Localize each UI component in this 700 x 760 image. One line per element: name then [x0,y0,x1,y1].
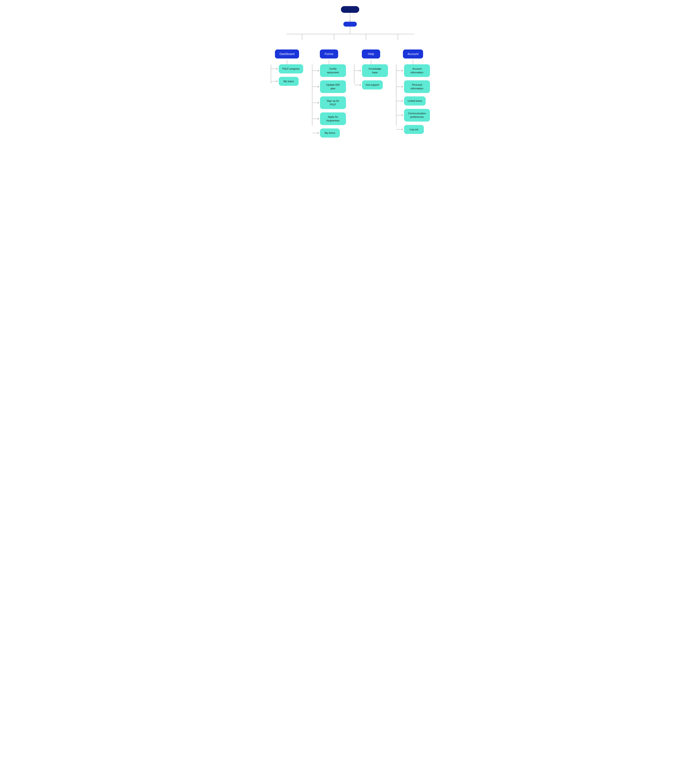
sub-node-knowledge-base[interactable]: Knowledge base [362,64,388,77]
arrow-get-support [360,84,361,86]
arrow-sign-up-pslf [318,102,319,104]
category-account[interactable]: Account [403,50,423,58]
tree-branch-account: Account informationPersonal informationL… [392,60,434,134]
sub-item-row-my-forms: My forms [312,128,340,137]
category-help[interactable]: Help [362,50,380,58]
sub-items-dashboard: PSLF progressMy loans [271,64,303,86]
sub-node-sign-up-pslf[interactable]: Sign up for PSLF [320,97,346,109]
arrow-account-information [402,70,403,72]
h-connector-my-forms [312,133,318,133]
sub-node-linked-loans[interactable]: Linked loans [404,97,426,106]
tree-branch-dashboard: PSLF progressMy loans [266,60,308,86]
tree-branch-forms: Certify eploymentUpdate IDR planSign up … [308,60,350,137]
sub-items-account: Account informationPersonal informationL… [396,64,430,134]
sub-node-pslf-progress[interactable]: PSLF progress [279,64,303,73]
sub-node-personal-information[interactable]: Personal information [404,80,430,93]
sub-node-certify-employment[interactable]: Certify eployment [320,64,346,77]
column-help: HelpKnowledge baseGet support [350,50,392,137]
arrow-certify-employment [318,70,319,72]
branch-down-account [398,34,398,40]
root-to-home-line [350,13,350,20]
diagram: DashboardPSLF progressMy loansFormsCerti… [266,6,434,137]
sub-item-row-log-out: Log out [396,125,424,134]
column-forms: FormsCertify eploymentUpdate IDR planSig… [308,50,350,137]
h-connector-communication-preferences [396,115,402,115]
v-line-account [413,60,413,64]
column-account: AccountAccount informationPersonal infor… [392,50,434,137]
sub-item-row-personal-information: Personal information [396,80,430,93]
sub-node-update-idr[interactable]: Update IDR plan [320,80,346,93]
sub-item-row-certify-employment: Certify eployment [312,64,346,77]
h-spread-branches [286,34,414,40]
sub-item-row-knowledge-base: Knowledge base [354,64,388,77]
arrow-my-loans [277,80,278,82]
arrow-communication-preferences [402,114,403,116]
home-node[interactable] [343,22,357,27]
sub-item-row-communication-preferences: Communication preferences [396,109,430,122]
sub-node-get-support[interactable]: Get support [362,80,383,89]
sub-item-row-my-loans: My loans [271,77,298,86]
h-connector-get-support [354,85,360,85]
branch-down-forms [334,34,334,40]
arrow-apply-forgiveness [318,118,319,120]
sub-node-communication-preferences[interactable]: Communication preferences [404,109,430,122]
arrow-knowledge-base [360,70,361,72]
arrow-pslf-progress [277,68,278,70]
sub-item-row-update-idr: Update IDR plan [312,80,346,93]
sub-node-apply-forgiveness[interactable]: Apply for forgiveness [320,112,346,125]
sub-branch-forms: Certify eploymentUpdate IDR planSign up … [312,64,346,137]
v-line-help [371,60,371,64]
root-to-home-arrow [349,20,351,22]
sub-node-log-out[interactable]: Log out [404,125,424,134]
arrow-personal-information [402,86,403,88]
sub-items-forms: Certify eploymentUpdate IDR planSign up … [312,64,346,137]
tree-branch-help: Knowledge baseGet support [350,60,392,89]
sub-branch-dashboard: PSLF progressMy loans [271,64,303,86]
home-vline [350,27,350,34]
h-spread-container [266,34,434,40]
h-connector-knowledge-base [354,70,360,71]
arrow-log-out [402,128,403,130]
h-connector-apply-forgiveness [312,119,318,119]
v-line-dashboard [287,60,287,64]
sub-node-my-forms[interactable]: My forms [320,128,340,137]
arrow-update-idr [318,86,319,88]
root-node [341,6,359,13]
h-connector-my-loans [271,81,277,81]
category-forms[interactable]: Forms [320,50,338,58]
v-line-forms [329,60,329,64]
sub-item-row-linked-loans: Linked loans [396,97,426,106]
arrow-my-forms [318,132,319,134]
column-dashboard: DashboardPSLF progressMy loans [266,50,308,137]
sub-item-row-get-support: Get support [354,80,383,89]
sub-items-help: Knowledge baseGet support [354,64,388,89]
sub-node-account-information[interactable]: Account information [404,64,430,77]
h-connector-log-out [396,129,402,130]
columns-wrapper: DashboardPSLF progressMy loansFormsCerti… [266,40,434,137]
sub-item-row-apply-forgiveness: Apply for forgiveness [312,112,346,125]
sub-branch-account: Account informationPersonal informationL… [396,64,430,134]
sub-item-row-account-information: Account information [396,64,430,77]
h-connector-certify-employment [312,70,318,71]
sub-item-row-sign-up-pslf: Sign up for PSLF [312,97,346,109]
home-to-cols-connector [266,27,434,40]
sub-node-my-loans[interactable]: My loans [279,77,298,86]
sub-item-row-pslf-progress: PSLF progress [271,64,303,73]
h-connector-linked-loans [396,101,402,101]
branch-down-help [366,34,366,40]
category-dashboard[interactable]: Dashboard [275,50,299,58]
arrow-linked-loans [402,100,403,102]
h-connector-sign-up-pslf [312,103,318,103]
h-connector-account-information [396,70,402,71]
sub-branch-help: Knowledge baseGet support [354,64,388,89]
branch-down-dashboard [302,34,302,40]
